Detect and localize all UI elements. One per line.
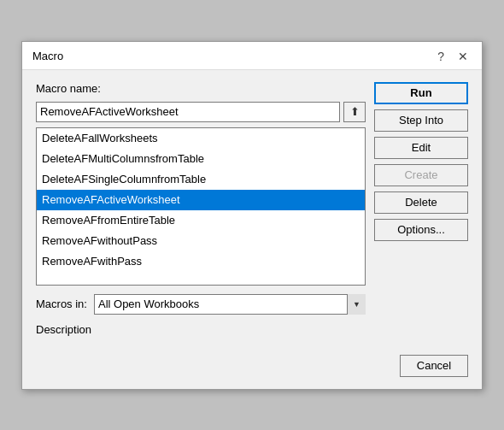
options-button[interactable]: Options... [374, 219, 468, 241]
right-panel: Run Step Into Edit Create Delete Options… [374, 82, 468, 336]
macro-name-row: ⬆ [36, 102, 366, 122]
title-bar: Macro ? ✕ [22, 42, 482, 70]
list-item[interactable]: DeleteAFSingleColumnfromTable [37, 169, 365, 190]
delete-button[interactable]: Delete [374, 191, 468, 214]
close-button[interactable]: ✕ [454, 49, 472, 64]
list-item[interactable]: DeleteAFallWorksheets [37, 128, 365, 149]
help-button[interactable]: ? [434, 49, 448, 64]
left-panel: Macro name: ⬆ DeleteAFallWorksheets Dele… [36, 82, 366, 336]
macros-in-select[interactable]: All Open Workbooks This Workbook [94, 294, 366, 315]
dialog-content: Macro name: ⬆ DeleteAFallWorksheets Dele… [22, 70, 482, 348]
list-item[interactable]: RemoveAFfromEntireTable [37, 210, 365, 231]
list-item-selected[interactable]: RemoveAFActiveWorksheet [37, 190, 365, 210]
run-button[interactable]: Run [374, 82, 468, 104]
macros-in-label: Macros in: [36, 297, 87, 310]
edit-button[interactable]: Edit [374, 137, 468, 159]
list-item[interactable]: DeleteAFMultiColumnsfromTable [37, 149, 365, 169]
title-bar-controls: ? ✕ [434, 49, 472, 64]
macro-name-input[interactable] [36, 102, 340, 122]
macros-in-select-wrapper: All Open Workbooks This Workbook ▼ [94, 294, 366, 315]
macro-list[interactable]: DeleteAFallWorksheets DeleteAFMultiColum… [36, 127, 366, 286]
upload-button[interactable]: ⬆ [343, 102, 366, 122]
cancel-button[interactable]: Cancel [400, 355, 468, 377]
list-item[interactable]: RemoveAFwithPass [37, 251, 365, 272]
list-item[interactable]: RemoveAFwithoutPass [37, 231, 365, 251]
create-button[interactable]: Create [374, 164, 468, 186]
macro-dialog: Macro ? ✕ Macro name: ⬆ DeleteAFallWorks… [21, 41, 483, 390]
bottom-bar: Cancel [22, 348, 482, 389]
macros-in-row: Macros in: All Open Workbooks This Workb… [36, 294, 366, 315]
dialog-title: Macro [32, 50, 63, 62]
macro-name-label: Macro name: [36, 82, 366, 95]
step-into-button[interactable]: Step Into [374, 109, 468, 132]
description-label: Description [36, 323, 366, 336]
